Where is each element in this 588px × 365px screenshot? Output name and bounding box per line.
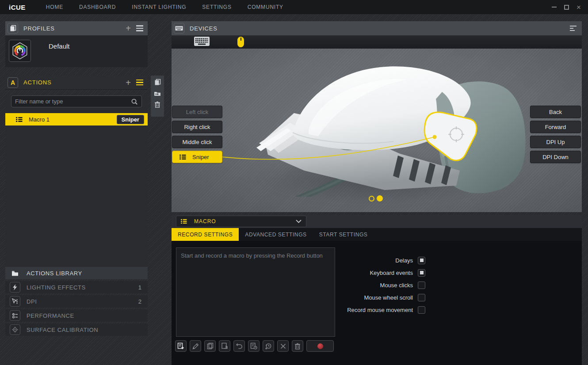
dpi-cursor-icon — [10, 296, 20, 307]
device-tab-keyboard[interactable] — [194, 36, 210, 48]
undo-button[interactable] — [233, 340, 245, 352]
tab-advanced-settings[interactable]: ADVANCED SETTINGS — [239, 228, 313, 241]
trash-icon[interactable] — [154, 101, 160, 108]
dpi-up-button[interactable]: DPI Up — [530, 136, 581, 148]
device-view-pagination — [369, 195, 383, 202]
profiles-icon — [8, 23, 18, 34]
actions-title: ACTIONS — [23, 79, 51, 86]
library-icon — [10, 268, 20, 278]
filter-input[interactable] — [15, 98, 131, 105]
actions-panel: A ACTIONS + Macro 1 Sniper — [5, 76, 148, 273]
add-profile-button[interactable]: + — [126, 24, 131, 32]
filter-field — [11, 95, 142, 107]
sniper-list-icon — [179, 154, 186, 160]
left-click-button[interactable]: Left click — [172, 106, 222, 118]
devices-keyboard-icon — [174, 23, 184, 34]
library-title: ACTIONS LIBRARY — [27, 270, 82, 277]
actions-icon: A — [8, 77, 18, 88]
devices-panel: DEVICES — [172, 21, 582, 212]
mouse-wheel-scroll-checkbox[interactable] — [418, 294, 425, 301]
library-item-performance[interactable]: PERFORMANCE — [5, 309, 148, 322]
tab-record-settings[interactable]: RECORD SETTINGS — [172, 228, 239, 241]
library-item-surface-calibration[interactable]: SURFACE CALIBRATION — [5, 323, 148, 336]
dropdown-value: MACRO — [194, 218, 216, 224]
close-button[interactable]: × — [577, 5, 581, 10]
performance-sliders-icon — [10, 310, 20, 321]
page-dot-1[interactable] — [369, 196, 374, 202]
add-event-button[interactable] — [175, 340, 187, 352]
record-icon — [317, 343, 323, 349]
sniper-button[interactable]: Sniper — [172, 151, 222, 163]
menu-settings[interactable]: SETTINGS — [202, 4, 231, 10]
remove-event-button[interactable] — [277, 340, 289, 352]
actions-library: ACTIONS LIBRARY LIGHTING EFFECTS 1 DPI 2… — [5, 267, 148, 338]
actions-list: Macro 1 Sniper — [5, 95, 148, 273]
icue-logo: iCUE — [9, 4, 26, 11]
macro-list-icon — [181, 219, 187, 224]
back-button[interactable]: Back — [530, 106, 581, 118]
delete-all-button[interactable] — [292, 340, 303, 352]
action-type-dropdown[interactable]: MACRO — [176, 216, 306, 227]
record-settings-panel: Delays Keyboard events Mouse clicks Mous… — [172, 241, 582, 365]
profile-name: Default — [49, 42, 70, 50]
mouse-buttons-left: Left click Right click Middle click Snip… — [172, 106, 222, 163]
menu-home[interactable]: HOME — [46, 4, 63, 10]
middle-click-button[interactable]: Middle click — [172, 136, 222, 148]
edit-event-button[interactable] — [190, 340, 201, 352]
mouse-clicks-checkbox[interactable] — [418, 281, 425, 289]
assignment-leader-line — [172, 49, 582, 212]
profiles-menu-icon[interactable] — [136, 25, 143, 31]
menu-community[interactable]: COMMUNITY — [248, 4, 283, 10]
lightning-bolt-icon — [10, 282, 20, 293]
macro-list-icon — [16, 117, 23, 122]
dpi-down-button[interactable]: DPI Down — [530, 151, 581, 163]
keyboard-events-checkbox[interactable] — [418, 269, 425, 277]
action-name: Macro 1 — [29, 116, 50, 123]
actions-header: A ACTIONS + — [5, 76, 148, 90]
insert-delay-button[interactable] — [248, 340, 260, 352]
item-count: 1 — [138, 284, 141, 291]
profiles-title: PROFILES — [23, 25, 55, 32]
device-tab-mouse[interactable] — [237, 37, 244, 47]
add-action-button[interactable]: + — [126, 79, 131, 87]
minimize-button[interactable] — [552, 7, 557, 8]
menu-dashboard[interactable]: DASHBOARD — [79, 4, 116, 10]
assignment-bar: MACRO — [172, 215, 582, 228]
library-item-lighting-effects[interactable]: LIGHTING EFFECTS 1 — [5, 281, 148, 293]
forward-button[interactable]: Forward — [530, 121, 581, 133]
restore-delays-button[interactable] — [263, 340, 274, 352]
copy-event-button[interactable] — [204, 340, 216, 352]
main-menu: HOME DASHBOARD INSTANT LIGHTING SETTINGS… — [46, 4, 283, 10]
maximize-button[interactable] — [564, 5, 569, 10]
record-options: Delays Keyboard events Mouse clicks Mous… — [284, 254, 425, 316]
record-mouse-movement-checkbox[interactable] — [418, 306, 425, 314]
right-click-button[interactable]: Right click — [172, 121, 222, 133]
record-button[interactable] — [306, 340, 334, 352]
copy-action-icon[interactable] — [154, 79, 161, 86]
profiles-header: PROFILES + — [5, 21, 148, 35]
item-count: 2 — [138, 298, 141, 305]
profiles-panel: PROFILES + Default — [5, 21, 148, 67]
library-item-dpi[interactable]: DPI 2 — [5, 295, 148, 308]
titlebar: iCUE HOME DASHBOARD INSTANT LIGHTING SET… — [0, 0, 588, 14]
macro-toolbar — [175, 340, 334, 352]
delays-checkbox[interactable] — [418, 257, 425, 264]
import-action-icon[interactable] — [154, 91, 161, 96]
chevron-down-icon — [296, 220, 302, 223]
actions-library-header[interactable]: ACTIONS LIBRARY — [5, 267, 148, 279]
devices-filter-icon[interactable] — [570, 26, 577, 31]
devices-header: DEVICES — [172, 21, 582, 35]
profile-item-default[interactable]: Default — [5, 35, 148, 67]
actions-menu-icon[interactable] — [136, 80, 143, 86]
action-binding-badge: Sniper — [117, 115, 144, 124]
tab-start-settings[interactable]: START SETTINGS — [313, 228, 374, 241]
paste-event-button[interactable] — [219, 340, 230, 352]
page-dot-2[interactable] — [377, 195, 383, 202]
action-item-macro1[interactable]: Macro 1 Sniper — [5, 113, 148, 125]
device-stage: Left click Right click Middle click Snip… — [172, 49, 582, 212]
device-selector — [172, 35, 582, 49]
actions-side-toolbar — [151, 76, 164, 117]
profile-avatar — [9, 40, 31, 62]
menu-instant-lighting[interactable]: INSTANT LIGHTING — [132, 4, 186, 10]
devices-title: DEVICES — [190, 25, 218, 32]
